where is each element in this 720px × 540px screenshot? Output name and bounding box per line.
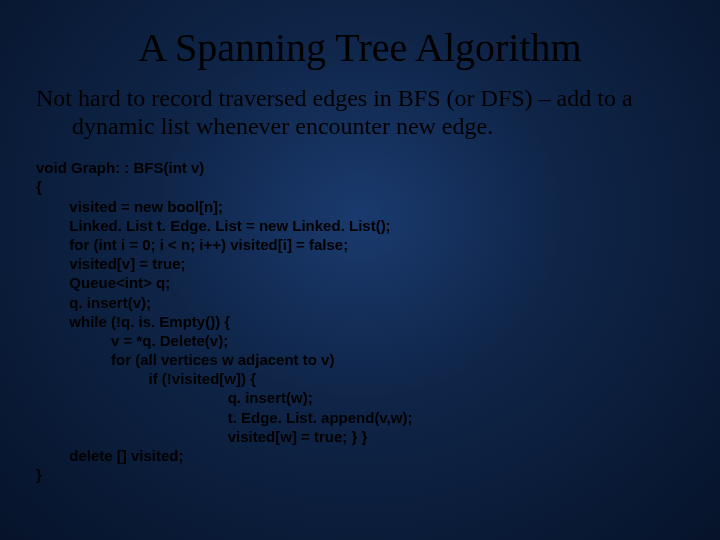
slide-intro-text: Not hard to record traversed edges in BF… <box>72 85 684 140</box>
code-block: void Graph: : BFS(int v) { visited = new… <box>36 158 684 484</box>
slide-title: A Spanning Tree Algorithm <box>36 24 684 71</box>
slide: A Spanning Tree Algorithm Not hard to re… <box>0 0 720 540</box>
